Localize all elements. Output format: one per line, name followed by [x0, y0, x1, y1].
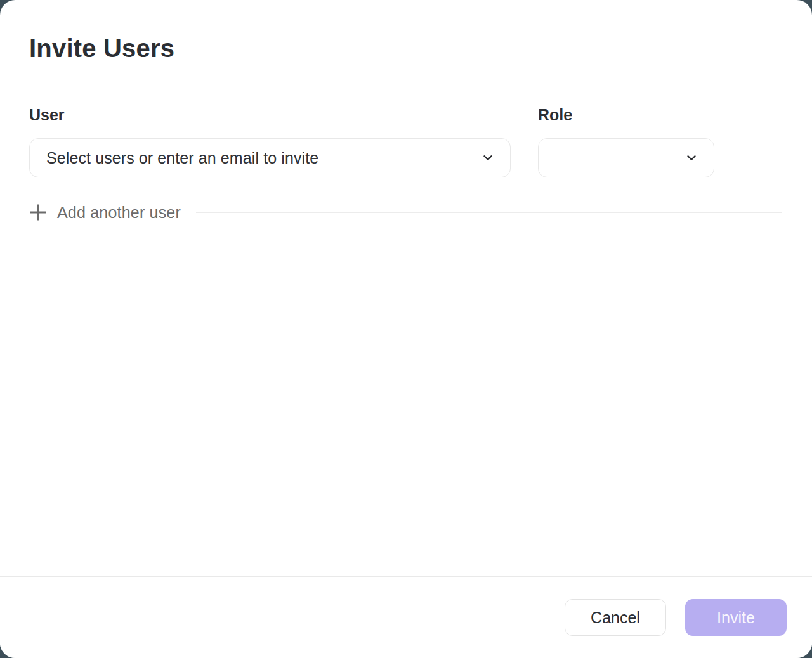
role-field-label: Role	[538, 105, 714, 124]
user-field-group: User Select users or enter an email to i…	[29, 105, 511, 177]
role-select[interactable]	[538, 138, 714, 177]
chevron-down-icon	[481, 151, 495, 165]
dialog-body: Invite Users User Select users or enter …	[0, 0, 812, 576]
invite-users-dialog: Invite Users User Select users or enter …	[0, 0, 812, 658]
user-role-form-row: User Select users or enter an email to i…	[29, 105, 782, 177]
chevron-down-icon	[684, 151, 698, 165]
dialog-footer: Cancel Invite	[0, 576, 812, 658]
dialog-title: Invite Users	[29, 33, 782, 63]
user-select[interactable]: Select users or enter an email to invite	[29, 138, 511, 177]
add-row-divider	[196, 212, 782, 213]
plus-icon[interactable]	[29, 203, 47, 221]
role-field-group: Role	[538, 105, 714, 177]
add-another-user-row: Add another user	[29, 201, 782, 224]
cancel-button[interactable]: Cancel	[565, 599, 666, 636]
user-select-placeholder: Select users or enter an email to invite	[46, 148, 481, 167]
add-another-user-button[interactable]: Add another user	[57, 201, 181, 224]
invite-button[interactable]: Invite	[685, 599, 787, 636]
user-field-label: User	[29, 105, 511, 124]
